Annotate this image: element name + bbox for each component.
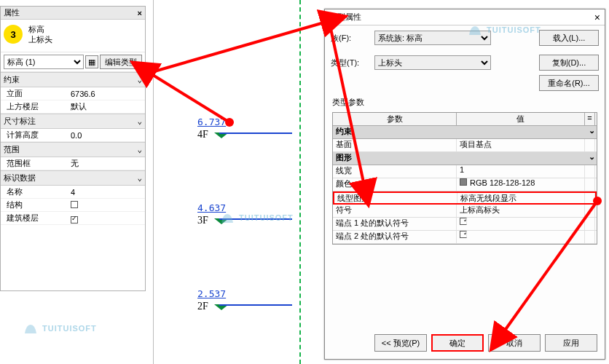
close-icon[interactable]: × [594, 12, 600, 23]
grid-row-end1[interactable]: 端点 1 处的默认符号 [333, 218, 597, 231]
level-2f[interactable]: 2.5372F [197, 288, 226, 312]
cancel-button[interactable]: 取消 [488, 334, 541, 352]
checkbox-icon[interactable] [460, 218, 467, 225]
dialog-titlebar: 类型属性 × [325, 9, 605, 25]
family-row: 族(F): 系统族: 标高 载入(L)... [325, 25, 605, 50]
filter-icon[interactable]: ▦ [85, 55, 98, 68]
row-floor-above[interactable]: 上方楼层默认 [1, 100, 145, 114]
checkbox-icon[interactable] [460, 231, 467, 238]
level-head-icon [214, 132, 229, 138]
type-line2: 上标头 [28, 34, 52, 44]
duplicate-button[interactable]: 复制(D)... [539, 55, 599, 71]
type-select[interactable]: 上标头 [374, 55, 491, 70]
row-scope-box[interactable]: 范围框无 [1, 157, 145, 170]
checkbox-icon[interactable] [71, 201, 78, 208]
section-identity[interactable]: 标识数据⌄ [1, 170, 145, 186]
level-head-icon [214, 304, 229, 310]
grid-header: 参数值= [333, 113, 597, 126]
properties-title: 属性 [4, 7, 20, 18]
checkbox-icon[interactable] [71, 216, 78, 223]
type-label: 类型(T): [331, 58, 374, 68]
grid-row-lineweight[interactable]: 线宽1 [333, 165, 597, 178]
chevron-down-icon: ⌄ [586, 152, 597, 165]
type-selector-card[interactable]: 3 标高 上标头 [1, 20, 145, 52]
section-dimensions[interactable]: 尺寸标注⌄ [1, 114, 145, 129]
load-button[interactable]: 载入(L)... [539, 30, 599, 46]
type-params-label: 类型参数 [325, 94, 605, 111]
preview-button[interactable]: << 预览(P) [374, 334, 427, 352]
section-line [299, 0, 301, 364]
color-swatch-icon [460, 178, 467, 186]
row-name[interactable]: 名称4 [1, 186, 145, 199]
chevron-down-icon: ⌄ [137, 145, 142, 154]
apply-button[interactable]: 应用 [545, 334, 597, 352]
grid-row-end2[interactable]: 端点 2 处的默认符号 [333, 231, 597, 244]
instance-selector-row: 标高 (1) ▦ 编辑类型 [1, 52, 145, 72]
dialog-title: 类型属性 [329, 12, 361, 23]
type-line1: 标高 [28, 24, 52, 34]
step-badge: 3 [4, 25, 23, 44]
row-building-floor[interactable]: 建筑楼层 [1, 212, 145, 225]
properties-close-icon[interactable]: × [138, 9, 142, 17]
chevron-down-icon: ⌄ [137, 116, 142, 126]
properties-panel: 属性 × 3 标高 上标头 标高 (1) ▦ 编辑类型 约束⌄ 立面6736.6… [0, 6, 146, 291]
family-label: 族(F): [331, 33, 374, 44]
chevron-down-icon: ⌄ [586, 126, 597, 138]
grid-row-color[interactable]: 颜色RGB 128-128-128 [333, 178, 597, 191]
edit-type-button[interactable]: 编辑类型 [100, 55, 142, 69]
dialog-buttons: << 预览(P) 确定 取消 应用 [325, 334, 605, 352]
instance-select[interactable]: 标高 (1) [4, 55, 84, 69]
properties-header: 属性 × [1, 7, 145, 20]
chevron-down-icon: ⌄ [137, 173, 142, 183]
watermark: TUITUISOFT [466, 22, 541, 38]
grid-row-symbol[interactable]: 符号上标高标头 [333, 205, 597, 218]
grid-row-base[interactable]: 基面项目基点 [333, 139, 597, 152]
type-summary: 标高 上标头 [28, 24, 52, 44]
grid-section-graphics[interactable]: 图形⌄ [333, 152, 597, 165]
param-grid: 参数值= 约束⌄ 基面项目基点 图形⌄ 线宽1 颜色RGB 128-128-12… [332, 112, 597, 245]
ok-button[interactable]: 确定 [431, 334, 484, 352]
grid-section-constraints[interactable]: 约束⌄ [333, 126, 597, 139]
grid-row-linepattern[interactable]: 线型图案标高无线段显示 [333, 191, 597, 205]
row-structural[interactable]: 结构 [1, 199, 145, 212]
level-4f[interactable]: 6.7374F [197, 116, 226, 141]
type-properties-dialog: 类型属性 × 族(F): 系统族: 标高 载入(L)... 类型(T): 上标头… [324, 9, 605, 360]
canvas-area[interactable]: 6.7374F 4.6373F 2.5372F [153, 0, 321, 364]
type-row: 类型(T): 上标头 复制(D)... [325, 50, 605, 75]
row-calc-height[interactable]: 计算高度0.0 [1, 129, 145, 142]
watermark: TUITUISOFT [219, 210, 294, 226]
section-range[interactable]: 范围⌄ [1, 142, 145, 157]
chevron-down-icon: ⌄ [137, 75, 142, 84]
row-elevation[interactable]: 立面6736.6 [1, 87, 145, 100]
watermark: TUITUISOFT [22, 320, 97, 336]
rename-button[interactable]: 重命名(R)... [539, 75, 599, 91]
section-constraints[interactable]: 约束⌄ [1, 72, 145, 87]
